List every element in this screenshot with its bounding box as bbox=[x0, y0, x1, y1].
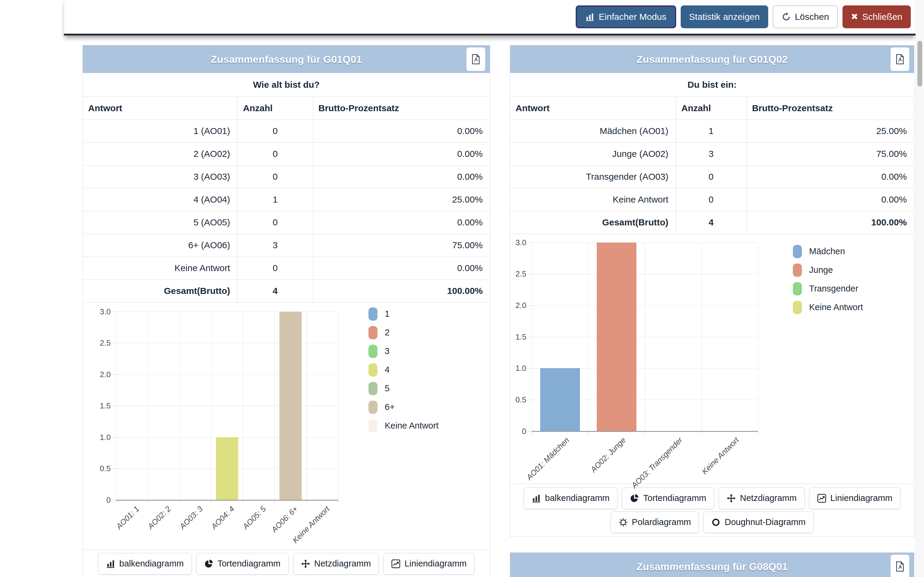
table-cell: 0 bbox=[676, 165, 746, 188]
bar-chart: 3.02.52.01.51.00.50AO01: MädchenAO02: Ju… bbox=[510, 234, 914, 484]
net-chart-icon bbox=[301, 559, 310, 568]
table-row: 2 (AO02)00.00% bbox=[83, 142, 490, 165]
bar-chart: 3.02.52.01.51.00.50AO01: 1AO02: 2AO03: 3… bbox=[83, 303, 490, 550]
table-row: 6+ (AO06)375.00% bbox=[83, 234, 490, 257]
results-table: Antwort Anzahl Brutto-Prozentsatz Mädche… bbox=[510, 97, 914, 234]
panel-header: Zusammenfassung für G01Q02 bbox=[510, 45, 914, 73]
x-axis-category-label-text: AO06: 6+ bbox=[270, 504, 300, 534]
table-cell: 100.00% bbox=[313, 279, 490, 302]
polar-chart-button[interactable]: Polardiagramm bbox=[611, 511, 699, 533]
chart-bar bbox=[540, 368, 580, 431]
table-cell: 4 bbox=[676, 211, 746, 234]
bar-chart-button[interactable]: balkendiagramm bbox=[98, 553, 192, 575]
export-pdf-button[interactable] bbox=[891, 555, 909, 577]
radar-chart-button[interactable]: Netzdiagramm bbox=[719, 487, 805, 509]
legend-swatch bbox=[793, 301, 802, 314]
pie-chart-button[interactable]: Tortendiagramm bbox=[196, 553, 289, 575]
table-cell: 2 (AO02) bbox=[83, 142, 237, 165]
panel-header: Zusammenfassung für G01Q01 bbox=[83, 45, 490, 73]
table-cell: 3 (AO03) bbox=[83, 165, 237, 188]
y-axis-tick-label: 2.0 bbox=[515, 301, 527, 310]
table-cell: 0.00% bbox=[313, 211, 490, 234]
gridline bbox=[179, 312, 180, 500]
bar-chart-icon bbox=[106, 559, 115, 568]
legend-label: Transgender bbox=[809, 284, 858, 293]
table-row: Transgender (AO03)00.00% bbox=[510, 165, 914, 188]
scrollbar-thumb[interactable] bbox=[918, 41, 922, 87]
y-axis-tick bbox=[528, 400, 532, 400]
table-cell: 3 bbox=[676, 142, 746, 165]
chart-plot-area: 3.02.52.01.51.00.50AO01: 1AO02: 2AO03: 3… bbox=[116, 312, 338, 500]
y-axis-tick-label: 2.0 bbox=[100, 370, 111, 379]
legend-label: 3 bbox=[385, 346, 389, 356]
top-action-bar: Einfacher Modus Statistik anzeigen Lösch… bbox=[64, 0, 916, 35]
y-axis-tick-label: 3.0 bbox=[515, 238, 527, 247]
button-label: Doughnut-Diagramm bbox=[725, 517, 806, 527]
table-cell: 0.00% bbox=[313, 142, 490, 165]
legend-item: Transgender bbox=[793, 282, 863, 295]
table-cell: 0.00% bbox=[313, 119, 490, 142]
y-axis-tick-label: 0 bbox=[522, 426, 527, 436]
table-header-row: Antwort Anzahl Brutto-Prozentsatz bbox=[510, 97, 914, 119]
gridline bbox=[532, 243, 532, 431]
table-total-row: Gesamt(Brutto)4100.00% bbox=[510, 211, 914, 234]
simple-mode-button[interactable]: Einfacher Modus bbox=[576, 5, 676, 28]
table-cell: 0.00% bbox=[746, 188, 914, 211]
y-axis-tick-label: 0.5 bbox=[100, 464, 111, 473]
file-pdf-icon bbox=[471, 54, 480, 64]
x-axis-category-label-text: AO01: Mädchen bbox=[525, 435, 571, 482]
table-cell: 4 bbox=[237, 279, 313, 302]
table-cell: 0.00% bbox=[313, 257, 490, 279]
export-pdf-button[interactable] bbox=[891, 47, 909, 71]
table-row: Junge (AO02)375.00% bbox=[510, 142, 914, 165]
doughnut-chart-button[interactable]: Doughnut-Diagramm bbox=[703, 511, 814, 533]
bar-chart-button[interactable]: balkendiagramm bbox=[523, 487, 617, 509]
y-axis-tick-label: 1.5 bbox=[515, 332, 527, 342]
vertical-scrollbar[interactable] bbox=[916, 0, 924, 577]
close-icon: ✖ bbox=[851, 13, 858, 21]
table-cell: 0 bbox=[237, 211, 313, 234]
table-row: 1 (AO01)00.00% bbox=[83, 119, 490, 142]
table-total-row: Gesamt(Brutto)4100.00% bbox=[83, 279, 490, 302]
column-header: Anzahl bbox=[237, 97, 313, 119]
chart-bar bbox=[597, 243, 636, 431]
legend-label: 6+ bbox=[385, 402, 395, 412]
chart-legend: MädchenJungeTransgenderKeine Antwort bbox=[793, 245, 863, 319]
panel-header: Zusammenfassung für G08Q01 bbox=[510, 553, 914, 577]
clear-button[interactable]: Löschen bbox=[773, 5, 838, 28]
table-row: Mädchen (AO01)125.00% bbox=[510, 119, 914, 142]
table-row: 5 (AO05)00.00% bbox=[83, 211, 490, 234]
table-cell: 0 bbox=[676, 188, 746, 211]
table-cell: 6+ (AO06) bbox=[83, 234, 237, 257]
line-chart-button[interactable]: Liniendiagramm bbox=[809, 487, 901, 509]
button-label: Netzdiagramm bbox=[740, 493, 797, 503]
legend-item: 2 bbox=[368, 326, 439, 339]
chart-bar bbox=[279, 312, 302, 500]
button-label: balkendiagramm bbox=[545, 493, 609, 503]
legend-swatch bbox=[793, 282, 802, 295]
legend-item: 3 bbox=[368, 345, 439, 358]
legend-item: 5 bbox=[368, 382, 439, 395]
y-axis-tick bbox=[113, 500, 116, 500]
pie-chart-button[interactable]: Tortendiagramm bbox=[622, 487, 714, 509]
table-row: 3 (AO03)00.00% bbox=[83, 165, 490, 188]
gridline bbox=[211, 312, 212, 500]
line-chart-button[interactable]: Liniendiagramm bbox=[383, 553, 475, 575]
table-cell: Junge (AO02) bbox=[510, 142, 676, 165]
x-axis-category-label-text: AO05: 5 bbox=[241, 504, 268, 531]
net-chart-icon bbox=[727, 494, 736, 503]
button-label: balkendiagramm bbox=[120, 559, 184, 569]
legend-swatch bbox=[368, 308, 378, 321]
table-cell: Transgender (AO03) bbox=[510, 165, 676, 188]
legend-swatch bbox=[368, 345, 378, 358]
close-button[interactable]: ✖ Schließen bbox=[843, 5, 911, 28]
table-row: Keine Antwort00.00% bbox=[83, 257, 490, 279]
gridline bbox=[701, 243, 702, 431]
table-cell: 3 bbox=[237, 234, 313, 257]
x-axis-tick bbox=[338, 500, 338, 503]
chart-bar bbox=[216, 437, 238, 500]
radar-chart-button[interactable]: Netzdiagramm bbox=[293, 553, 379, 575]
show-statistics-button[interactable]: Statistik anzeigen bbox=[681, 5, 768, 28]
legend-item: Mädchen bbox=[793, 245, 863, 258]
export-pdf-button[interactable] bbox=[467, 47, 485, 71]
